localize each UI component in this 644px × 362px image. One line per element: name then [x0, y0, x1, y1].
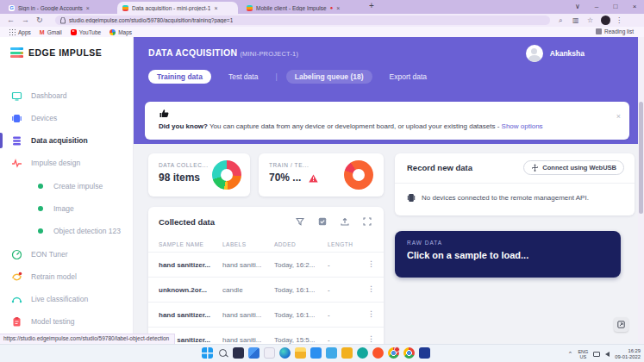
show-options-link[interactable]: Show options — [502, 122, 543, 130]
tab-export-data[interactable]: Export data — [381, 70, 435, 84]
data-acquisition-icon — [11, 135, 22, 147]
main-content: DATA ACQUISITION(MINI-PROJECT-1) Trainin… — [134, 37, 638, 344]
bookmark-apps[interactable]: Apps — [9, 28, 31, 35]
upload-icon[interactable] — [341, 217, 349, 226]
window-minimize-like-chevron-icon[interactable]: ∨ — [568, 0, 587, 13]
column-header-length[interactable]: LENGTH — [328, 241, 353, 247]
taskbar-brave-icon[interactable] — [372, 347, 384, 359]
taskbar-chrome-icon[interactable] — [388, 347, 399, 359]
tab-training-data[interactable]: Training data — [148, 70, 211, 84]
taskbar-teams-icon[interactable] — [357, 347, 368, 359]
sidebar-item-devices[interactable]: Devices — [0, 109, 134, 127]
user-avatar — [526, 45, 543, 62]
tab-test-data[interactable]: Test data — [220, 70, 267, 84]
connect-webusb-label: Connect using WebUSB — [542, 164, 616, 172]
row-menu-icon[interactable]: ⋮ — [367, 259, 375, 268]
reading-list-button[interactable]: Reading list — [596, 28, 634, 34]
tray-chevron-icon[interactable]: ⌃ — [568, 351, 573, 358]
tab-close-icon[interactable]: × — [336, 5, 340, 11]
sidebar-item-dashboard[interactable]: Dashboard — [0, 87, 134, 104]
sidebar-item-model-testing[interactable]: Model testing — [0, 313, 134, 330]
taskbar-app-dark-icon[interactable] — [419, 347, 430, 359]
row-menu-icon[interactable]: ⋮ — [367, 309, 375, 318]
table-row[interactable]: hand sanitizer... hand saniti... Today, … — [148, 252, 384, 277]
taskbar-mail-icon[interactable] — [326, 347, 337, 359]
windows-taskbar: ⌃ ENG US 16:29 09-01-2022 — [0, 344, 644, 362]
sidebar-item-object-detection[interactable]: Object detection 123 — [0, 222, 134, 240]
sidebar-item-image[interactable]: Image — [0, 200, 134, 217]
window-close-icon[interactable]: × — [625, 0, 644, 13]
column-header-added[interactable]: ADDED — [274, 241, 296, 247]
youtube-icon — [71, 29, 77, 35]
screen: G Sign in - Google Accounts × Data acqui… — [0, 0, 644, 362]
page-scrollbar[interactable] — [638, 37, 644, 344]
taskbar-app-light-icon[interactable] — [264, 347, 275, 359]
sidebar-item-label: Create impulse — [53, 182, 103, 190]
logo-text: EDGE IMPULSE — [28, 47, 102, 58]
language-indicator[interactable]: ENG US — [578, 349, 588, 359]
banner-close-icon[interactable]: × — [616, 112, 621, 121]
sidebar-item-data-acquisition[interactable]: Data acquisition — [0, 132, 134, 149]
back-icon[interactable]: ← — [7, 14, 15, 27]
table-row[interactable]: hand sanitizer... hand saniti... Today, … — [148, 302, 384, 327]
window-restore-icon[interactable]: □ — [606, 0, 625, 13]
taskbar-edge-icon[interactable] — [279, 347, 291, 359]
bookmark-youtube[interactable]: YouTube — [71, 29, 102, 35]
taskbar-task-view-icon[interactable] — [233, 347, 244, 359]
column-header-sample-name[interactable]: SAMPLE NAME — [159, 241, 203, 247]
row-menu-icon[interactable]: ⋮ — [367, 284, 375, 293]
search-page-icon[interactable]: ⌕ — [559, 16, 562, 25]
tab-labeling-queue[interactable]: Labeling queue (18) — [286, 70, 372, 84]
browser-menu-icon[interactable]: ⋮ — [616, 16, 622, 24]
row-menu-icon[interactable]: ⋮ — [367, 334, 375, 343]
bookmark-star-icon[interactable]: ☆ — [587, 16, 593, 24]
table-row[interactable]: unknown.2or... candle Today, 16:1... - ⋮ — [148, 277, 384, 302]
taskbar-store-icon[interactable] — [310, 347, 322, 359]
table-row[interactable]: hand sanitizer... hand saniti... Today, … — [148, 327, 384, 344]
select-checkbox-icon[interactable] — [318, 217, 327, 226]
taskbar-search-icon[interactable] — [217, 347, 228, 359]
taskbar-start-icon[interactable] — [202, 347, 213, 359]
bookmark-gmail[interactable]: M Gmail — [40, 29, 62, 35]
train-test-value: 70% ... — [269, 172, 301, 184]
taskbar-chrome-beta-icon[interactable] — [403, 347, 415, 359]
feedback-widget-button[interactable] — [614, 317, 628, 332]
sidebar-item-label: Object detection 123 — [53, 227, 121, 235]
filter-icon[interactable] — [296, 217, 304, 226]
browser-tab-data-acquisition[interactable]: Data acquisition - mini-project-1 × — [117, 2, 238, 14]
reading-list-add-icon[interactable]: ▥ — [572, 16, 579, 24]
scrollbar-thumb[interactable] — [639, 102, 643, 214]
network-icon[interactable] — [593, 352, 600, 357]
taskbar-file-explorer-icon[interactable] — [295, 347, 306, 359]
browser-tab-google-signin[interactable]: G Sign in - Google Accounts × — [3, 2, 114, 14]
sidebar-item-impulse-design[interactable]: Impulse design — [0, 154, 134, 172]
bookmark-maps[interactable]: Maps — [109, 29, 132, 35]
tab-close-icon[interactable]: × — [214, 5, 217, 11]
window-minimize-icon[interactable]: – — [587, 0, 606, 13]
taskbar-security-icon[interactable] — [341, 347, 353, 359]
new-tab-button[interactable]: + — [369, 1, 374, 10]
sidebar-item-live-classification[interactable]: Live classification — [0, 290, 134, 308]
user-menu[interactable]: Akanksha — [526, 45, 585, 62]
sidebar-item-create-impulse[interactable]: Create impulse — [0, 178, 134, 195]
raw-data-label: RAW DATA — [407, 240, 442, 246]
devices-icon — [11, 113, 22, 124]
connect-webusb-button[interactable]: Connect using WebUSB — [523, 160, 624, 175]
sidebar-item-retrain-model[interactable]: Retrain model — [0, 268, 134, 285]
sidebar-item-eon-tuner[interactable]: EON Tuner — [0, 246, 134, 263]
collected-data-toolbar — [296, 217, 372, 226]
edge-impulse-logo[interactable]: EDGE IMPULSE — [10, 47, 102, 58]
column-header-labels[interactable]: LABELS — [222, 241, 247, 247]
tab-close-icon[interactable]: × — [86, 5, 90, 11]
clock[interactable]: 16:29 09-01-2022 — [615, 348, 641, 360]
taskbar-widgets-icon[interactable] — [248, 347, 259, 359]
refresh-icon[interactable]: ↻ — [36, 14, 43, 27]
tab-title: Sign in - Google Accounts — [18, 5, 83, 11]
expand-icon[interactable] — [363, 217, 372, 226]
browser-profile-avatar[interactable] — [601, 16, 610, 25]
url-bar[interactable]: studio.edgeimpulse.com/studio/59780/acqu… — [55, 16, 550, 25]
forward-icon[interactable]: → — [22, 14, 29, 27]
browser-tab-mobile-client[interactable]: Mobile client - Edge Impulse ● × — [241, 2, 362, 14]
volume-icon[interactable] — [605, 352, 610, 357]
warning-icon[interactable] — [309, 174, 318, 183]
